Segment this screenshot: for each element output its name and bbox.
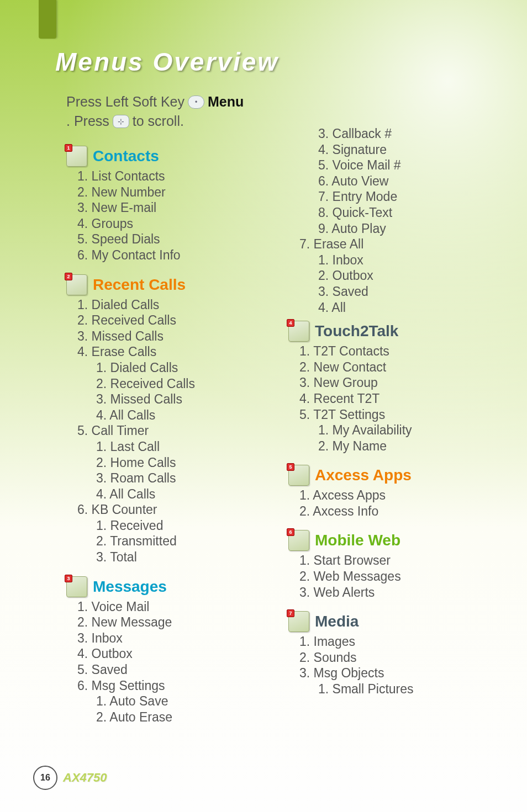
page-footer: 16 AX4750	[33, 766, 107, 790]
list-item: 1. Inbox	[318, 253, 494, 268]
soft-key-icon	[188, 95, 204, 109]
list-item: 2. Outbox	[318, 268, 494, 284]
messages-icon: 3	[66, 576, 87, 597]
section-title: Axcess Apps	[315, 466, 412, 484]
list-item: 6. Msg Settings	[77, 678, 272, 694]
dpad-icon	[113, 115, 129, 128]
badge: 2	[65, 273, 72, 280]
section-title: Media	[315, 613, 359, 630]
list-item: 3. Saved	[318, 284, 494, 300]
list-item: 1. T2T Contacts	[299, 344, 494, 359]
badge: 4	[287, 319, 294, 327]
messages-continuation: 3. Callback # 4. Signature 5. Voice Mail…	[288, 126, 494, 315]
list-item: 2. Home Calls	[96, 455, 272, 471]
list-item: 3. Inbox	[77, 631, 272, 646]
list-item: 1. Last Call	[96, 439, 272, 455]
list-item: 4. Erase Calls	[77, 344, 272, 360]
list-item: 6. My Contact Info	[77, 248, 272, 263]
instruction-text-2: . Press	[66, 113, 109, 129]
badge: 1	[65, 144, 72, 152]
list-item: 8. Quick-Text	[318, 205, 494, 221]
list-item: 2. Transmitted	[96, 534, 272, 549]
list-item: 1. Images	[299, 634, 494, 650]
content-area: Press Left Soft Key Menu. Press to scrol…	[66, 94, 494, 746]
list-item: 4. All	[318, 300, 494, 316]
list-item: 1. My Availability	[318, 423, 494, 438]
contacts-icon: 1	[66, 146, 87, 167]
touch2talk-icon: 4	[288, 321, 309, 342]
list-item: 2. Received Calls	[77, 313, 272, 328]
list-item: 1. Received	[96, 518, 272, 534]
section-touch2talk: 4 Touch2Talk 1. T2T Contacts 2. New Cont…	[288, 321, 494, 454]
section-axcess-apps: 5 Axcess Apps 1. Axcess Apps 2. Axcess I…	[288, 465, 494, 519]
list-item: 6. KB Counter	[77, 502, 272, 518]
section-recent-calls: 2 Recent Calls 1. Dialed Calls 2. Receiv…	[66, 274, 272, 565]
section-title: Recent Calls	[93, 276, 186, 294]
list-item: 3. Missed Calls	[77, 329, 272, 344]
badge: 7	[287, 609, 294, 617]
menu-word: Menu	[208, 94, 244, 110]
list-item: 3. Msg Objects	[299, 666, 494, 681]
list-item: 2. Auto Erase	[96, 710, 272, 725]
section-media: 7 Media 1. Images 2. Sounds 3. Msg Objec…	[288, 611, 494, 697]
list-item: 4. Outbox	[77, 646, 272, 662]
badge: 5	[287, 463, 294, 471]
contacts-list: 1. List Contacts 2. New Number 3. New E-…	[66, 169, 272, 263]
page-title: Menus Overview	[55, 47, 279, 77]
list-item: 3. Callback #	[318, 126, 494, 142]
instruction-text-1: Press Left Soft Key	[66, 94, 185, 110]
list-item: 1. Axcess Apps	[299, 488, 494, 503]
list-item: 2. New Message	[77, 615, 272, 630]
list-item: 2. Received Calls	[96, 376, 272, 392]
list-item: 2. Web Messages	[299, 569, 494, 585]
list-item: 3. Missed Calls	[96, 392, 272, 407]
badge: 3	[65, 575, 72, 582]
instruction-text-3: to scroll.	[133, 113, 184, 129]
list-item: 5. Speed Dials	[77, 232, 272, 247]
list-item: 2. Axcess Info	[299, 504, 494, 519]
list-item: 1. Small Pictures	[318, 682, 494, 697]
list-item: 3. Roam Calls	[96, 471, 272, 486]
section-messages: 3 Messages 1. Voice Mail 2. New Message …	[66, 576, 272, 725]
instruction-line: Press Left Soft Key Menu. Press to scrol…	[66, 94, 272, 129]
list-item: 1. Dialed Calls	[77, 298, 272, 313]
list-item: 1. Auto Save	[96, 694, 272, 709]
list-item: 4. All Calls	[96, 408, 272, 423]
list-item: 1. Start Browser	[299, 553, 494, 569]
list-item: 3. Total	[96, 550, 272, 565]
list-item: 2. New Contact	[299, 360, 494, 375]
list-item: 1. Dialed Calls	[96, 360, 272, 376]
list-item: 3. New E-mail	[77, 200, 272, 216]
list-item: 1. Voice Mail	[77, 599, 272, 615]
list-item: 7. Erase All	[299, 237, 494, 252]
section-title: Mobile Web	[315, 532, 400, 549]
list-item: 3. New Group	[299, 375, 494, 391]
list-item: 9. Auto Play	[318, 221, 494, 237]
left-column: Press Left Soft Key Menu. Press to scrol…	[66, 94, 272, 746]
list-item: 4. Groups	[77, 216, 272, 232]
list-item: 5. Call Timer	[77, 423, 272, 439]
list-item: 7. Entry Mode	[318, 189, 494, 205]
axcess-icon: 5	[288, 465, 309, 486]
list-item: 6. Auto View	[318, 174, 494, 189]
section-title: Touch2Talk	[315, 322, 398, 340]
model-label: AX4750	[63, 771, 107, 785]
section-title: Messages	[93, 578, 167, 596]
right-column: . 3. Callback # 4. Signature 5. Voice Ma…	[288, 94, 494, 746]
page-number: 16	[33, 766, 57, 790]
list-item: 3. Web Alerts	[299, 585, 494, 601]
list-item: 2. Sounds	[299, 650, 494, 666]
list-item: 4. Signature	[318, 142, 494, 158]
mobile-web-icon: 6	[288, 530, 309, 551]
spine-decoration	[39, 0, 56, 39]
media-icon: 7	[288, 611, 309, 632]
section-contacts: 1 Contacts 1. List Contacts 2. New Numbe…	[66, 146, 272, 263]
list-item: 2. New Number	[77, 185, 272, 200]
list-item: 5. Voice Mail #	[318, 158, 494, 173]
list-item: 4. Recent T2T	[299, 391, 494, 407]
list-item: 1. List Contacts	[77, 169, 272, 184]
badge: 6	[287, 528, 294, 536]
list-item: 5. T2T Settings	[299, 407, 494, 423]
recent-calls-icon: 2	[66, 274, 87, 295]
list-item: 2. My Name	[318, 439, 494, 454]
